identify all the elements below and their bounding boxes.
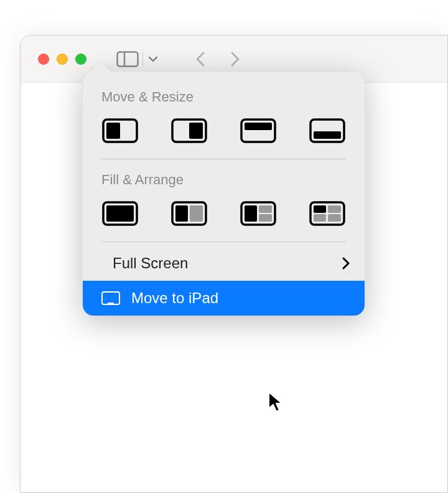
window-fill-icon[interactable] [101,200,139,227]
move-to-ipad-label: Move to iPad [131,289,350,307]
svg-rect-22 [314,214,326,222]
minimize-button[interactable] [57,54,68,65]
svg-rect-0 [118,52,138,66]
full-screen-label: Full Screen [113,255,342,272]
window-two-col-left-icon[interactable] [170,200,208,227]
svg-rect-20 [314,205,326,213]
toolbar-menu-button[interactable] [144,49,162,69]
fill-arrange-row [83,197,365,242]
svg-rect-17 [259,205,272,213]
full-screen-item[interactable]: Full Screen [83,246,365,281]
svg-rect-16 [245,205,257,222]
svg-rect-21 [328,205,341,213]
ipad-icon [101,291,120,306]
traffic-lights [38,54,86,65]
svg-rect-9 [314,131,341,139]
window-layout-popover: Move & Resize Fill [82,71,365,316]
forward-button[interactable] [230,51,240,67]
window-bottom-half-icon[interactable] [309,118,346,144]
move-to-ipad-item[interactable]: Move to iPad [83,281,365,316]
separator [101,242,346,242]
svg-rect-13 [175,205,188,222]
chevron-right-icon [342,257,350,270]
close-button[interactable] [38,54,49,65]
move-resize-label: Move & Resize [83,84,365,114]
window-four-grid-icon[interactable] [309,200,346,227]
window-top-half-icon[interactable] [240,118,277,144]
window-left-half-icon[interactable] [101,118,139,144]
toggle-sidebar-button[interactable] [114,49,141,69]
svg-rect-23 [328,214,341,222]
back-button[interactable] [195,51,205,67]
nav-arrows [195,51,240,67]
maximize-button[interactable] [75,54,86,65]
svg-rect-14 [190,205,203,222]
svg-rect-7 [245,123,272,130]
toolbar-sidebar-group [114,49,162,69]
svg-rect-5 [189,123,203,139]
move-resize-row [83,114,365,159]
fill-arrange-label: Fill & Arrange [83,159,365,197]
window-right-half-icon[interactable] [170,118,208,144]
svg-rect-3 [106,123,120,139]
svg-rect-18 [259,214,272,222]
window-two-col-right-icon[interactable] [240,200,277,227]
toolbar-divider [142,52,143,66]
svg-rect-11 [106,205,134,222]
